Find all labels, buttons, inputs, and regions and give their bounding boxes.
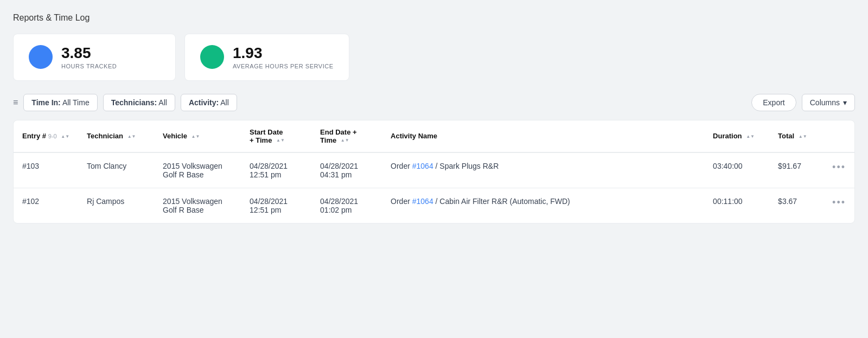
activity-filter[interactable]: Activity: All <box>181 94 237 111</box>
col-duration-sort-icon[interactable]: ▲▼ <box>746 135 755 139</box>
avg-hours-value: 1.93 <box>233 45 334 62</box>
col-vehicle-label: Vehicle <box>163 132 187 140</box>
filter-icon[interactable]: ≡ <box>13 98 18 107</box>
col-header-start-date: Start Date+ Time ▲▼ <box>241 120 311 152</box>
time-in-label: Time In: <box>31 98 60 107</box>
duration-value-1: 00:11:00 <box>713 197 743 206</box>
table-body: #103 Tom Clancy 2015 Volkswagen Golf R B… <box>14 152 854 223</box>
col-total-label: Total <box>778 132 794 140</box>
more-actions-button-0[interactable]: ••• <box>832 162 846 173</box>
time-in-filter[interactable]: Time In: All Time <box>23 94 97 111</box>
technician-name-1: Rj Campos <box>87 197 124 206</box>
stats-row: 3.85 HOURS TRACKED 1.93 AVERAGE HOURS PE… <box>13 34 855 81</box>
entry-number-0: #103 <box>22 162 39 170</box>
cell-activity-1: Order #1064 / Cabin Air Filter R&R (Auto… <box>382 188 704 223</box>
total-value-0: $91.67 <box>778 162 801 170</box>
cell-duration-1: 00:11:00 <box>704 188 769 223</box>
technicians-filter[interactable]: Technicians: All <box>103 94 175 111</box>
more-actions-button-1[interactable]: ••• <box>832 197 846 208</box>
cell-vehicle-0: 2015 Volkswagen Golf R Base <box>154 152 241 188</box>
col-entry-sort-icon[interactable]: ▲▼ <box>61 135 69 139</box>
export-button[interactable]: Export <box>751 94 796 111</box>
hours-tracked-value: 3.85 <box>61 45 117 62</box>
filter-row: ≡ Time In: All Time Technicians: All Act… <box>13 94 855 111</box>
cell-start-date-1: 04/28/2021 12:51 pm <box>241 188 311 223</box>
data-table-container: Entry # 9-0 ▲▼ Technician ▲▼ Vehicle ▲▼ … <box>13 120 855 224</box>
cell-vehicle-1: 2015 Volkswagen Golf R Base <box>154 188 241 223</box>
col-tech-label: Technician <box>87 132 123 140</box>
start-time-1: 12:51 pm <box>250 206 281 214</box>
start-date-0: 04/28/2021 <box>250 162 288 170</box>
cell-entry-0: #103 <box>14 152 78 188</box>
col-start-sort-icon[interactable]: ▲▼ <box>276 138 285 143</box>
data-table: Entry # 9-0 ▲▼ Technician ▲▼ Vehicle ▲▼ … <box>14 120 854 223</box>
col-header-duration: Duration ▲▼ <box>704 120 769 152</box>
technicians-value-text: All <box>158 98 167 107</box>
end-date-1: 04/28/2021 <box>320 197 358 206</box>
avg-hours-label: AVERAGE HOURS PER SERVICE <box>233 63 334 69</box>
avg-hours-card: 1.93 AVERAGE HOURS PER SERVICE <box>184 34 349 81</box>
total-value-1: $3.67 <box>778 197 797 206</box>
col-header-total: Total ▲▼ <box>769 120 824 152</box>
cell-technician-0: Tom Clancy <box>78 152 154 188</box>
duration-value-0: 03:40:00 <box>713 162 743 170</box>
columns-chevron-icon: ▾ <box>843 98 847 107</box>
vehicle-line2-0: Golf R Base <box>163 170 203 179</box>
technicians-label: Technicians: <box>111 98 157 107</box>
col-end-sort-icon[interactable]: ▲▼ <box>341 138 349 143</box>
cell-end-date-0: 04/28/2021 04:31 pm <box>311 152 382 188</box>
filter-actions: Export Columns ▾ <box>751 94 855 111</box>
col-duration-label: Duration <box>713 132 742 140</box>
activity-label: Activity: <box>189 98 219 107</box>
header-row: Entry # 9-0 ▲▼ Technician ▲▼ Vehicle ▲▼ … <box>14 120 854 152</box>
col-vehicle-sort-icon[interactable]: ▲▼ <box>192 135 200 139</box>
cell-end-date-1: 04/28/2021 01:02 pm <box>311 188 382 223</box>
time-in-value-text: All Time <box>62 98 90 107</box>
hours-tracked-info: 3.85 HOURS TRACKED <box>61 45 117 69</box>
columns-label: Columns <box>810 98 840 107</box>
activity-prefix-1: Order <box>391 197 412 206</box>
activity-suffix-0: / Spark Plugs R&R <box>433 162 499 170</box>
activity-suffix-1: / Cabin Air Filter R&R (Automatic, FWD) <box>433 197 570 206</box>
cell-entry-1: #102 <box>14 188 78 223</box>
col-entry-sort-badge: 9-0 <box>48 133 57 139</box>
avg-hours-icon <box>200 45 224 69</box>
vehicle-line1-1: 2015 Volkswagen <box>163 197 222 206</box>
col-header-activity-name: Activity Name <box>382 120 704 152</box>
hours-tracked-icon <box>29 45 53 69</box>
technician-name-0: Tom Clancy <box>87 162 126 170</box>
cell-duration-0: 03:40:00 <box>704 152 769 188</box>
col-total-sort-icon[interactable]: ▲▼ <box>799 135 807 139</box>
start-time-0: 12:51 pm <box>250 170 281 179</box>
avg-hours-info: 1.93 AVERAGE HOURS PER SERVICE <box>233 45 334 69</box>
col-entry-label: Entry # <box>22 132 48 140</box>
cell-technician-1: Rj Campos <box>78 188 154 223</box>
col-header-technician: Technician ▲▼ <box>78 120 154 152</box>
col-header-end-date: End Date +Time ▲▼ <box>311 120 382 152</box>
col-tech-sort-icon[interactable]: ▲▼ <box>127 135 136 139</box>
activity-value-text: All <box>220 98 229 107</box>
vehicle-line2-1: Golf R Base <box>163 206 203 214</box>
col-header-entry: Entry # 9-0 ▲▼ <box>14 120 78 152</box>
cell-activity-0: Order #1064 / Spark Plugs R&R <box>382 152 704 188</box>
cell-start-date-0: 04/28/2021 12:51 pm <box>241 152 311 188</box>
columns-button[interactable]: Columns ▾ <box>802 94 855 111</box>
col-end-label: End Date +Time <box>320 128 357 144</box>
table-row: #103 Tom Clancy 2015 Volkswagen Golf R B… <box>14 152 854 188</box>
hours-tracked-label: HOURS TRACKED <box>61 63 117 69</box>
table-row: #102 Rj Campos 2015 Volkswagen Golf R Ba… <box>14 188 854 223</box>
end-time-1: 01:02 pm <box>320 206 352 214</box>
table-header: Entry # 9-0 ▲▼ Technician ▲▼ Vehicle ▲▼ … <box>14 120 854 152</box>
end-date-0: 04/28/2021 <box>320 162 358 170</box>
vehicle-line1-0: 2015 Volkswagen <box>163 162 222 170</box>
col-activity-label: Activity Name <box>391 132 437 140</box>
hours-tracked-card: 3.85 HOURS TRACKED <box>13 34 176 81</box>
entry-number-1: #102 <box>22 197 39 206</box>
activity-link-0[interactable]: #1064 <box>412 162 433 170</box>
page-title: Reports & Time Log <box>13 13 855 23</box>
cell-actions-0: ••• <box>824 152 854 188</box>
cell-total-0: $91.67 <box>769 152 824 188</box>
end-time-0: 04:31 pm <box>320 170 352 179</box>
col-header-actions <box>824 120 854 152</box>
activity-link-1[interactable]: #1064 <box>412 197 433 206</box>
